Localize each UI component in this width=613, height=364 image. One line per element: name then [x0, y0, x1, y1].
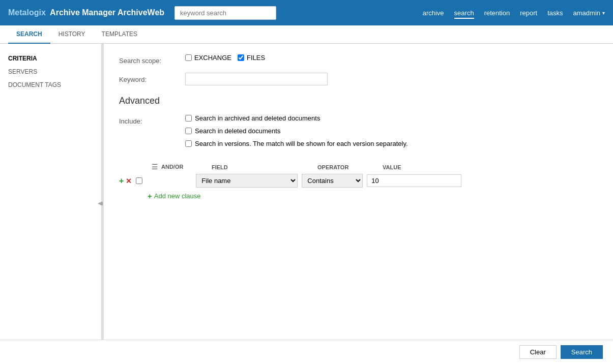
include-versions-label: Search in versions. The match will be sh…: [195, 140, 408, 147]
value-col-header: VALUE: [383, 163, 598, 171]
brand-name: Metalogix: [8, 8, 46, 17]
app-logo: Metalogix Archive Manager ArchiveWeb: [8, 8, 164, 17]
clause-row-actions: + ✕: [119, 176, 132, 186]
clear-button[interactable]: Clear: [519, 345, 557, 359]
and-or-checkbox-cell: [136, 177, 192, 184]
collapse-icon: ◀: [98, 200, 102, 206]
operator-column-label: OPERATOR: [317, 164, 348, 170]
files-label: FILES: [247, 54, 265, 62]
exchange-checkbox[interactable]: [185, 54, 192, 61]
field-select[interactable]: File name Subject From To Date Size: [196, 174, 298, 188]
include-deleted-checkbox[interactable]: [185, 128, 192, 134]
include-deleted-label: Search in deleted documents: [195, 127, 280, 135]
and-or-checkbox[interactable]: [136, 177, 142, 184]
exchange-label: EXCHANGE: [194, 54, 231, 62]
nav-report[interactable]: report: [520, 7, 537, 19]
keyword-label: Keyword:: [119, 73, 185, 83]
tab-history[interactable]: HISTORY: [50, 25, 94, 44]
files-checkbox-label[interactable]: FILES: [238, 54, 265, 62]
tab-templates[interactable]: TEMPLATES: [94, 25, 145, 44]
and-or-label: AND/OR: [161, 164, 183, 170]
list-icon: ☰: [152, 163, 158, 171]
header-search-container: [174, 6, 276, 20]
advanced-heading: Advanced: [119, 96, 598, 106]
footer: Clear Search: [0, 340, 613, 362]
clause-section: ☰ AND/OR FIELD OPERATOR VALUE + ✕: [119, 163, 598, 200]
tab-bar: SEARCH HISTORY TEMPLATES: [0, 25, 613, 44]
sidebar-item-servers[interactable]: SERVERS: [0, 65, 101, 78]
field-column-label: FIELD: [212, 164, 228, 170]
nav-search[interactable]: search: [454, 7, 474, 19]
nav-retention[interactable]: retention: [484, 7, 510, 19]
add-clause-label: Add new clause: [154, 192, 201, 200]
include-group: Search in archived and deleted documents…: [185, 114, 408, 147]
header: Metalogix Archive Manager ArchiveWeb arc…: [0, 0, 613, 25]
nav-archive[interactable]: archive: [423, 7, 444, 19]
clause-column-headers: ☰ AND/OR FIELD OPERATOR VALUE: [119, 163, 598, 171]
operator-select[interactable]: Contains Equals Starts with Ends with: [302, 174, 363, 188]
search-scope-row: Search scope: EXCHANGE FILES: [119, 54, 598, 65]
and-or-header: ☰ AND/OR: [152, 163, 208, 171]
search-button[interactable]: Search: [561, 345, 603, 359]
include-archived-deleted-checkbox[interactable]: [185, 115, 192, 122]
operator-col-header: OPERATOR: [317, 163, 378, 171]
include-label: Include:: [119, 114, 185, 125]
include-versions[interactable]: Search in versions. The match will be sh…: [185, 140, 408, 147]
app-title: Archive Manager ArchiveWeb: [50, 8, 164, 17]
chevron-down-icon: ▾: [602, 10, 605, 16]
add-new-clause-link[interactable]: + Add new clause: [148, 192, 598, 200]
add-icon: +: [148, 192, 152, 200]
nav-amadmin-label: amadmin: [573, 9, 600, 17]
include-versions-checkbox[interactable]: [185, 140, 192, 147]
content-area: Search scope: EXCHANGE FILES Keyword: Ad…: [104, 44, 613, 362]
keyword-input[interactable]: [185, 73, 328, 85]
include-deleted[interactable]: Search in deleted documents: [185, 127, 408, 135]
clause-fields: File name Subject From To Date Size Cont…: [196, 174, 461, 188]
field-col-header: FIELD: [212, 163, 313, 171]
search-scope-label: Search scope:: [119, 54, 185, 65]
keyword-row: Keyword:: [119, 73, 598, 85]
clause-row-1: + ✕ File name Subject From To Date Size: [119, 174, 598, 188]
files-checkbox[interactable]: [238, 54, 244, 61]
tab-search[interactable]: SEARCH: [8, 25, 50, 44]
search-scope-controls: EXCHANGE FILES: [185, 54, 265, 62]
include-archived-deleted-label: Search in archived and deleted documents: [195, 114, 320, 122]
include-row: Include: Search in archived and deleted …: [119, 114, 598, 147]
exchange-checkbox-label[interactable]: EXCHANGE: [185, 54, 231, 62]
add-clause-button[interactable]: +: [119, 176, 124, 186]
include-archived-deleted[interactable]: Search in archived and deleted documents: [185, 114, 408, 122]
sidebar: CRITERIA SERVERS DOCUMENT TAGS: [0, 44, 102, 362]
value-input[interactable]: [367, 174, 461, 187]
nav-tasks[interactable]: tasks: [547, 7, 563, 19]
sidebar-collapse-handle[interactable]: ◀: [102, 44, 104, 362]
remove-clause-button[interactable]: ✕: [126, 177, 132, 185]
header-nav: archive search retention report tasks am…: [423, 7, 605, 19]
sidebar-item-criteria[interactable]: CRITERIA: [0, 52, 101, 65]
nav-amadmin[interactable]: amadmin ▾: [573, 7, 605, 19]
header-search-input[interactable]: [174, 6, 276, 20]
value-column-label: VALUE: [383, 164, 401, 170]
main-layout: CRITERIA SERVERS DOCUMENT TAGS ◀ Search …: [0, 44, 613, 362]
sidebar-item-document-tags[interactable]: DOCUMENT TAGS: [0, 78, 101, 92]
